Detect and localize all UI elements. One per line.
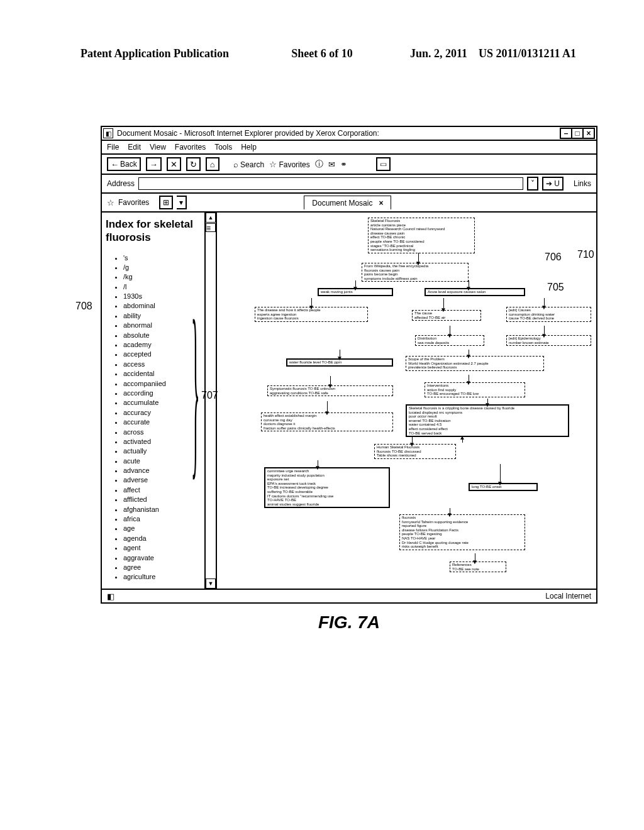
mosaic-node[interactable]: Acute level exposure causes salon [425, 288, 525, 296]
mosaic-node[interactable]: [edit] Epidemiologynumber known estimate [506, 335, 591, 346]
grid-dropdown[interactable]: ▾ [177, 196, 187, 209]
home-button[interactable]: ⌂ [206, 157, 219, 171]
mosaic-node[interactable]: The causeaffected TO-BE air [412, 310, 481, 321]
go-button[interactable]: ➔ U [542, 177, 564, 191]
mosaic-node[interactable]: Scope of the ProblemWorld Health Organiz… [406, 356, 544, 371]
minimize-button[interactable]: – [560, 128, 572, 139]
menu-view[interactable]: View [150, 143, 166, 152]
index-item[interactable]: ability [123, 311, 201, 321]
index-item[interactable]: agent [123, 543, 201, 553]
help-icon[interactable]: ⓘ [315, 158, 323, 170]
forward-button[interactable]: → [146, 157, 162, 171]
index-item[interactable]: accurate [123, 418, 201, 427]
grid-icon[interactable]: ⊞ [159, 196, 173, 209]
index-item[interactable]: abdominal [123, 301, 201, 311]
index-item[interactable]: advance [123, 466, 201, 475]
address-dropdown[interactable]: ˅ [527, 177, 538, 191]
sidebar: Index for skeletal fluorosis 's/g/kg/l19… [102, 213, 206, 589]
index-item[interactable]: accompaniied [123, 379, 201, 389]
index-item[interactable]: 's [123, 253, 201, 263]
menu-tools[interactable]: Tools [214, 143, 232, 152]
content-area: Index for skeletal fluorosis 's/g/kg/l19… [102, 213, 596, 589]
arrow-icon [330, 376, 331, 384]
arrow-icon [355, 280, 356, 287]
link-icon[interactable]: ⚭ [340, 160, 347, 169]
maximize-button[interactable]: □ [571, 128, 584, 139]
index-item[interactable]: affect [123, 485, 201, 495]
mosaic-node[interactable]: [edit] Causesconsumption drinking waterc… [506, 307, 591, 322]
index-item[interactable]: absolute [123, 331, 201, 340]
scroll-up-icon[interactable]: ▲ [206, 213, 216, 223]
menu-file[interactable]: File [107, 143, 119, 152]
index-item[interactable]: /g [123, 263, 201, 272]
index-item[interactable]: accumulate [123, 398, 201, 407]
ref-708: 708 [75, 301, 92, 312]
index-item[interactable]: academy [123, 340, 201, 350]
menu-favorites[interactable]: Favorites [175, 143, 206, 152]
arrow-icon [443, 298, 444, 308]
index-item[interactable]: agriculture [123, 572, 201, 582]
sidebar-title: Index for skeletal fluorosis [106, 218, 201, 245]
index-item[interactable]: acute [123, 456, 201, 466]
index-item[interactable]: accidental [123, 369, 201, 379]
menu-help[interactable]: Help [241, 143, 257, 152]
index-item[interactable]: agree [123, 563, 201, 572]
mosaic-node[interactable]: Interventionsaction find supplyTO-BE enc… [425, 382, 525, 397]
index-item[interactable]: actually [123, 446, 201, 456]
favorites-label: Favorites [118, 198, 149, 207]
search-button[interactable]: ⌕ Search [233, 160, 264, 169]
scroll-thumb[interactable]: ≡ [206, 223, 216, 232]
index-item[interactable]: adverse [123, 475, 201, 485]
forward-icon: → [150, 160, 158, 169]
index-item[interactable]: /kg [123, 272, 201, 282]
index-item[interactable]: accuracy [123, 408, 201, 418]
mosaic-node[interactable]: long TO-BE onset [469, 483, 538, 491]
arrow-icon [544, 326, 545, 334]
mosaic-node[interactable]: Human Skeletal Fluorosisfluorosis TO-BE … [374, 444, 456, 459]
index-item[interactable]: according [123, 389, 201, 398]
arrow-icon [418, 253, 419, 262]
refresh-button[interactable]: ↻ [186, 157, 201, 171]
arrow-icon [327, 401, 328, 411]
toolbar: ← Back → ✕ ↻ ⌂ ⌕ Search ☆ Favorites ⓘ ✉ … [102, 155, 596, 175]
favorites-button[interactable]: ☆ Favorites [269, 160, 310, 169]
index-item[interactable]: access [123, 360, 201, 369]
tab-close[interactable]: × [379, 199, 383, 208]
menubar: File Edit View Favorites Tools Help [102, 141, 596, 155]
arrow-icon [340, 350, 340, 357]
mosaic-node[interactable]: fluorosisfunnyworld Taheim supporting ev… [399, 514, 525, 550]
index-item[interactable]: accepted [123, 350, 201, 359]
index-item[interactable]: agenda [123, 534, 201, 543]
index-item[interactable]: activated [123, 437, 201, 446]
arrow-icon [469, 375, 469, 381]
index-item[interactable]: aggravate [123, 553, 201, 563]
back-button[interactable]: ← Back [107, 157, 141, 171]
pub-right: Jun. 2, 2011 US 2011/0131211 A1 [410, 47, 576, 60]
sheet-label: Sheet 6 of 10 [291, 47, 353, 60]
messenger-icon[interactable]: ▭ [376, 157, 391, 171]
index-item[interactable]: africa [123, 514, 201, 524]
index-item[interactable]: /l [123, 282, 201, 292]
mosaic-node[interactable]: committee urge researchmajority inducted… [264, 467, 390, 508]
address-input[interactable] [138, 177, 523, 190]
mosaic-node[interactable]: Skeletal Fluorosisarticle contains piece… [368, 218, 475, 253]
mosaic-node[interactable]: Skeletal fluorosis is a crippling bone d… [406, 404, 569, 437]
mail-icon[interactable]: ✉ [328, 160, 335, 169]
index-item[interactable]: afflicted [123, 495, 201, 504]
tab[interactable]: Document Mosaic × [304, 196, 391, 209]
close-button[interactable]: × [582, 128, 595, 139]
index-item[interactable]: abnormal [123, 321, 201, 330]
index-item[interactable]: across [123, 428, 201, 437]
stop-button[interactable]: ✕ [167, 157, 181, 171]
arrow-icon [469, 280, 469, 287]
index-item[interactable]: age [123, 524, 201, 533]
mosaic-node[interactable]: ReferencesTO-BE see note [450, 562, 506, 572]
scroll-down-icon[interactable]: ▼ [206, 578, 216, 589]
index-item[interactable]: 1930s [123, 292, 201, 301]
menu-edit[interactable]: Edit [128, 143, 141, 152]
address-label: Address [107, 179, 135, 188]
window-title: Document Mosaic - Microsoft Internet Exp… [116, 129, 561, 138]
figure: ◧ Document Mosaic - Microsoft Internet E… [101, 126, 597, 633]
index-item[interactable]: afghanistan [123, 505, 201, 514]
browser-window: ◧ Document Mosaic - Microsoft Internet E… [101, 126, 597, 604]
